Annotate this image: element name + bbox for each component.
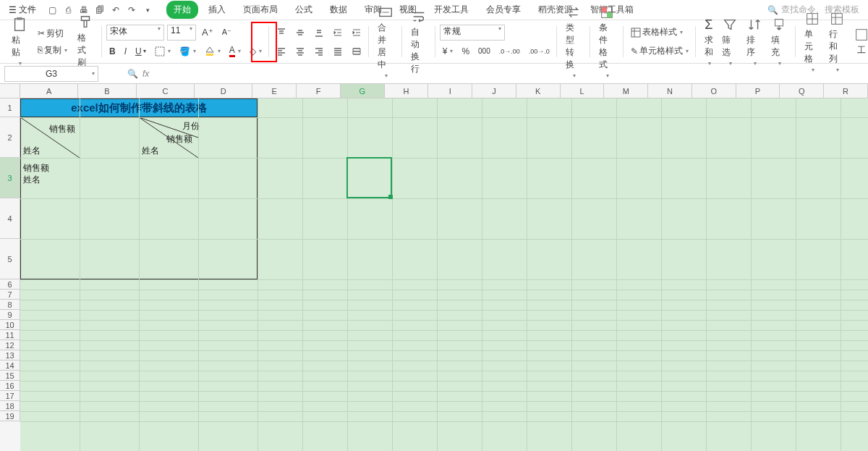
- row-header-5[interactable]: 5: [0, 239, 20, 279]
- bold-button[interactable]: B: [106, 45, 119, 58]
- increase-font-button[interactable]: A⁺: [199, 25, 216, 39]
- tab-数据[interactable]: 数据: [323, 1, 354, 19]
- row-header-16[interactable]: 16: [0, 381, 20, 391]
- col-header-B[interactable]: B: [78, 84, 136, 98]
- align-middle-button[interactable]: [292, 26, 308, 39]
- wrap-text-button[interactable]: 自动换行: [407, 7, 431, 77]
- select-all-corner[interactable]: [0, 84, 20, 98]
- decrease-font-button[interactable]: A⁻: [219, 26, 234, 38]
- format-painter-button[interactable]: 格式刷: [73, 13, 98, 70]
- row-header-6[interactable]: 6: [0, 279, 20, 290]
- sum-button[interactable]: Σ求和: [700, 15, 718, 68]
- row-header-9[interactable]: 9: [0, 310, 20, 320]
- row-header-4[interactable]: 4: [0, 198, 20, 239]
- row-header-13[interactable]: 13: [0, 350, 20, 361]
- col-header-I[interactable]: I: [428, 84, 472, 98]
- decrease-decimal-button[interactable]: .00→.0: [526, 46, 553, 56]
- col-header-F[interactable]: F: [297, 84, 341, 98]
- col-header-K[interactable]: K: [516, 84, 561, 98]
- tab-会员专享[interactable]: 会员专享: [479, 1, 528, 19]
- worksheet-button[interactable]: 工: [849, 9, 868, 75]
- col-header-D[interactable]: D: [195, 84, 252, 98]
- row-header-1[interactable]: 1: [0, 98, 20, 117]
- filter-button[interactable]: 筛选: [718, 15, 742, 68]
- align-top-button[interactable]: [273, 26, 289, 39]
- row-header-15[interactable]: 15: [0, 371, 20, 381]
- italic-button[interactable]: I: [122, 45, 129, 58]
- col-header-Q[interactable]: Q: [780, 84, 824, 98]
- font-name-select[interactable]: 宋体▾: [106, 25, 164, 41]
- align-center-button[interactable]: [292, 45, 308, 58]
- tab-公式[interactable]: 公式: [288, 1, 320, 19]
- decrease-indent-button[interactable]: [330, 26, 346, 39]
- col-header-H[interactable]: H: [385, 84, 429, 98]
- cut-button[interactable]: ✂剪切: [35, 26, 70, 41]
- sort-button[interactable]: 排序: [742, 15, 767, 68]
- qat-redo-icon[interactable]: ↷: [124, 3, 139, 17]
- row-header-14[interactable]: 14: [0, 361, 20, 371]
- underline-button[interactable]: U▾: [132, 45, 149, 58]
- currency-button[interactable]: ¥: [440, 45, 456, 58]
- border-button[interactable]: [152, 45, 174, 58]
- percent-button[interactable]: %: [459, 45, 472, 58]
- col-header-C[interactable]: C: [137, 84, 195, 98]
- row-header-8[interactable]: 8: [0, 300, 20, 310]
- distribute-button[interactable]: [349, 45, 365, 58]
- col-header-A[interactable]: A: [20, 84, 78, 98]
- gridline: [20, 310, 868, 311]
- comma-button[interactable]: 000: [475, 46, 493, 56]
- tab-页面布局[interactable]: 页面布局: [236, 1, 285, 19]
- cell-style-button[interactable]: ✎单元格样式: [628, 43, 692, 59]
- col-header-P[interactable]: P: [736, 84, 780, 98]
- row-header-10[interactable]: 10: [0, 320, 20, 330]
- copy-button[interactable]: ⎘复制: [35, 43, 70, 58]
- row-header-3[interactable]: 3: [0, 158, 20, 198]
- name-box[interactable]: G3: [4, 66, 98, 82]
- increase-indent-button[interactable]: [349, 26, 365, 39]
- rowcol-button[interactable]: 行和列: [825, 9, 849, 75]
- col-header-L[interactable]: L: [561, 84, 605, 98]
- fill-color-button[interactable]: 🪣: [176, 45, 199, 58]
- row-header-19[interactable]: 19: [0, 411, 20, 421]
- fx-label[interactable]: fx: [142, 69, 149, 79]
- align-bottom-button[interactable]: [311, 26, 327, 39]
- col-header-G[interactable]: G: [341, 84, 385, 98]
- font-color-button[interactable]: A: [226, 43, 244, 59]
- col-header-N[interactable]: N: [648, 84, 692, 98]
- row-header-12[interactable]: 12: [0, 340, 20, 350]
- row-header-7[interactable]: 7: [0, 290, 20, 300]
- tab-插入[interactable]: 插入: [201, 1, 233, 19]
- tab-开始[interactable]: 开始: [166, 1, 198, 19]
- align-left-button[interactable]: [273, 45, 289, 58]
- merge-center-button[interactable]: 合并居中: [373, 3, 398, 80]
- row-header-11[interactable]: 11: [0, 330, 20, 340]
- copy-icon: ⎘: [38, 45, 43, 55]
- col-header-E[interactable]: E: [252, 84, 297, 98]
- row-header-17[interactable]: 17: [0, 391, 20, 401]
- fill-color2-button[interactable]: [202, 45, 224, 58]
- col-header-M[interactable]: M: [604, 84, 648, 98]
- number-format-select[interactable]: 常规▾: [440, 25, 505, 41]
- paste-button[interactable]: 粘贴: [7, 13, 32, 70]
- qat-undo-icon[interactable]: ↶: [109, 3, 123, 17]
- fill-button[interactable]: 填充: [767, 15, 791, 68]
- font-size-select[interactable]: 11▾: [167, 25, 196, 41]
- justify-button[interactable]: [330, 45, 346, 58]
- conditional-format-button[interactable]: 条件格式: [595, 3, 619, 80]
- clear-format-button[interactable]: ◇: [247, 45, 265, 58]
- row-header-18[interactable]: 18: [0, 401, 20, 411]
- col-header-J[interactable]: J: [472, 84, 516, 98]
- col-header-R[interactable]: R: [824, 84, 868, 98]
- tab-开发工具[interactable]: 开发工具: [427, 1, 476, 19]
- row-header-2[interactable]: 2: [0, 117, 20, 158]
- col-header-O[interactable]: O: [692, 84, 736, 98]
- align-right-button[interactable]: [311, 45, 327, 58]
- cell-label: 单元格: [804, 28, 820, 65]
- type-convert-button[interactable]: 类型转换: [561, 3, 586, 80]
- indent-icon: [352, 28, 362, 38]
- zoom-icon[interactable]: 🔍: [127, 69, 138, 79]
- table-style-button[interactable]: 表格样式: [628, 25, 686, 40]
- increase-decimal-button[interactable]: .0→.00: [496, 46, 523, 56]
- cell-button[interactable]: 单元格: [800, 9, 825, 75]
- qat-more-icon[interactable]: ▾: [140, 3, 155, 17]
